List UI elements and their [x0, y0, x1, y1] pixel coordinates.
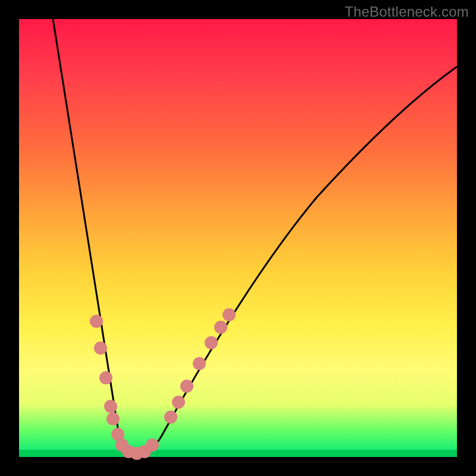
data-dot — [164, 411, 177, 424]
data-dot — [90, 315, 103, 328]
data-dot — [180, 380, 193, 393]
watermark-text: TheBottleneck.com — [345, 4, 469, 20]
data-dot — [172, 396, 185, 409]
data-dot — [94, 342, 107, 355]
data-dot — [205, 336, 218, 349]
data-dot — [107, 412, 120, 425]
data-dot — [193, 357, 206, 370]
chart-frame: TheBottleneck.com — [0, 0, 476, 476]
dots-left-group — [90, 315, 159, 460]
data-dot — [223, 308, 236, 321]
bottleneck-curve — [53, 19, 457, 453]
curve-layer — [19, 19, 457, 457]
data-dot — [146, 439, 159, 452]
dots-right-group — [164, 308, 236, 424]
data-dot — [214, 321, 227, 334]
data-dot — [99, 371, 112, 384]
data-dot — [104, 400, 117, 413]
